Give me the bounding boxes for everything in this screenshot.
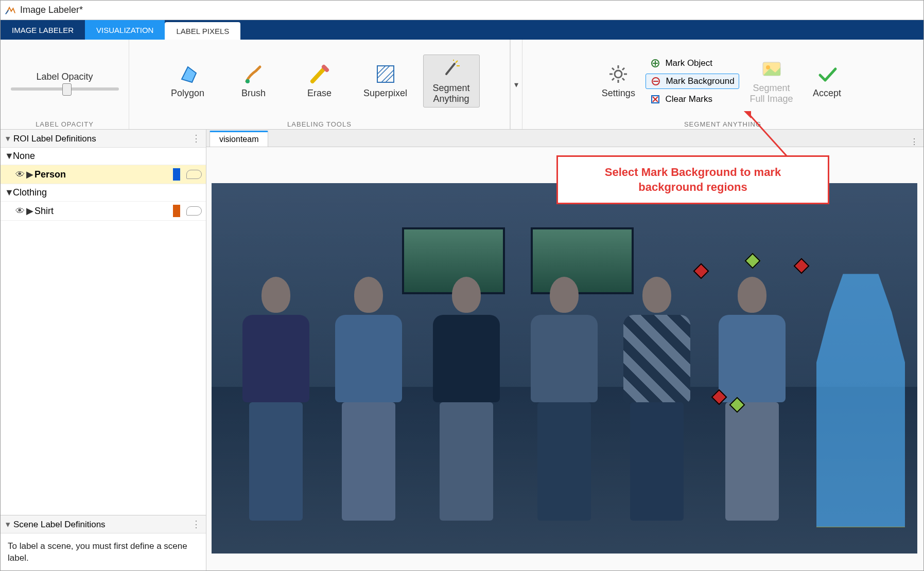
gear-icon [607,63,629,85]
color-swatch-shirt[interactable] [173,205,180,217]
svg-point-3 [615,70,622,78]
roi-panel-menu[interactable]: ⋮ [191,133,201,144]
tool-polygon[interactable]: Polygon [160,60,216,102]
visibility-icon[interactable]: 👁 [14,169,26,180]
visibility-icon[interactable]: 👁 [14,206,26,217]
clear-marks-icon [650,94,661,105]
group-labeling-tools-caption: LABELING TOOLS [134,119,504,128]
tool-erase[interactable]: Erase [291,60,348,102]
svg-line-8 [612,68,614,70]
label-item-person[interactable]: 👁 ▶ Person [1,165,206,184]
color-swatch-person[interactable] [173,168,180,181]
scene-panel-header[interactable]: ▾Scene Label Definitions ⋮ [1,515,206,533]
photo-canvas[interactable] [212,183,917,554]
scene-panel-menu[interactable]: ⋮ [191,519,201,530]
side-panel: ▾ROI Label Definitions ⋮ ▼None 👁 ▶ Perso… [1,130,206,571]
clear-marks-button[interactable]: Clear Marks [646,92,739,106]
segment-full-image-button[interactable]: Segment Full Image [743,55,800,107]
opacity-slider-thumb[interactable] [62,83,72,96]
group-label-opacity: Label Opacity LABEL OPACITY [1,40,129,129]
group-segment-anything-caption: SEGMENT ANYTHING [528,119,918,128]
collapse-icon: ▾ [6,520,10,529]
tab-image-labeler[interactable]: IMAGE LABELER [1,20,85,40]
group-label-opacity-caption: LABEL OPACITY [6,119,124,128]
roi-panel-header[interactable]: ▾ROI Label Definitions ⋮ [1,130,206,148]
label-overlay [212,183,917,554]
ribbon-tabs: IMAGE LABELER VISUALIZATION LABEL PIXELS [1,20,923,40]
main-area: ▾ROI Label Definitions ⋮ ▼None 👁 ▶ Perso… [1,130,923,571]
svg-rect-2 [377,66,394,82]
roi-label-list: ▼None 👁 ▶ Person ▼Clothing 👁 ▶ Shirt [1,148,206,221]
label-group-none[interactable]: ▼None [1,148,206,165]
group-labeling-tools: Polygon Brush Erase Superpixel Segment A… [129,40,510,129]
group-segment-anything: Settings Mark Object Mark Background Cle… [522,40,923,129]
tool-segment-anything[interactable]: Segment Anything [423,55,480,108]
svg-point-21 [766,65,770,69]
segment-anything-options: Mark Object Mark Background Clear Marks [646,56,739,106]
title-bar: Image Labeler* [1,1,923,20]
segment-anything-icon [441,58,462,80]
polygon-icon [177,63,199,85]
tab-label-pixels[interactable]: LABEL PIXELS [165,22,240,40]
scene-panel: ▾Scene Label Definitions ⋮ To label a sc… [1,515,206,571]
settings-button[interactable]: Settings [595,60,641,102]
image-stage[interactable]: Select Mark Background to mark backgroun… [206,147,923,571]
matlab-logo-icon [5,5,16,16]
erase-icon [309,63,330,85]
mark-object-icon [650,58,661,69]
tab-visualization[interactable]: VISUALIZATION [85,20,165,40]
label-item-shirt[interactable]: 👁 ▶ Shirt [1,202,206,221]
svg-line-9 [622,78,624,80]
label-opacity-title: Label Opacity [36,72,93,82]
label-group-clothing[interactable]: ▼Clothing [1,184,206,202]
shape-icon [186,206,202,216]
brush-icon [243,63,265,85]
tools-dropdown[interactable]: ▾ [510,40,522,129]
accept-button[interactable]: Accept [804,60,850,102]
annotation-callout: Select Mark Background to mark backgroun… [556,155,829,204]
segmented-region[interactable] [820,277,902,524]
canvas-tab-menu[interactable]: ⋮ [910,137,918,147]
opacity-slider[interactable] [11,87,119,91]
svg-line-11 [612,78,614,80]
tool-superpixel[interactable]: Superpixel [357,60,414,102]
window-title: Image Labeler* [20,5,83,15]
svg-marker-0 [182,67,196,82]
canvas-tab-visionteam[interactable]: visionteam [210,131,268,147]
mark-object-button[interactable]: Mark Object [646,56,739,70]
collapse-icon: ▾ [6,134,10,144]
svg-point-1 [246,79,250,83]
mark-background-icon [650,76,661,87]
tool-brush[interactable]: Brush [225,60,282,102]
canvas-tab-strip: visionteam ⋮ [206,130,923,147]
scene-panel-body: To label a scene, you must first define … [1,533,206,571]
accept-icon [816,63,838,85]
canvas-area: visionteam ⋮ Select Mark Background to m… [206,130,923,571]
toolbar: Label Opacity LABEL OPACITY Polygon Brus… [1,40,923,130]
superpixel-icon [375,63,396,85]
svg-line-10 [622,68,624,70]
shape-icon [186,170,202,179]
segment-full-image-icon [761,58,782,80]
mark-background-button[interactable]: Mark Background [646,74,739,89]
